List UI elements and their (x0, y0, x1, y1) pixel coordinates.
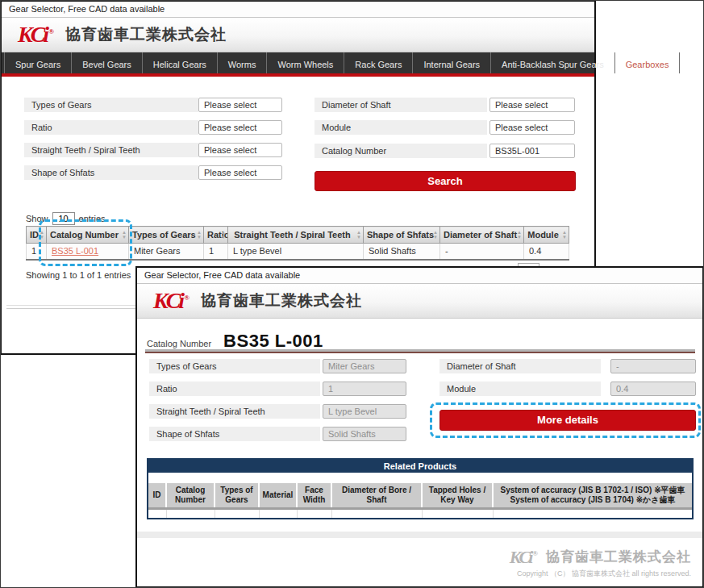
filter-select-shape-of-shafts[interactable] (198, 165, 282, 180)
col-header-ratio[interactable]: Ratio▲▼ (204, 227, 228, 244)
footer-logo: KCi® 協育歯車工業株式会社 (510, 548, 691, 566)
sort-icon: ▲▼ (122, 230, 127, 240)
header-logo-band: KCi® 協育歯車工業株式会社 (137, 284, 702, 319)
col-header-id[interactable]: ID▲▼ (27, 227, 47, 244)
entries-label: entries (79, 214, 106, 223)
detail-label-module: Module (439, 382, 601, 396)
cell-ratio: 1 (204, 244, 228, 260)
catalog-number-link[interactable]: BS35 L-001 (52, 246, 98, 256)
company-name: 協育歯車工業株式会社 (201, 290, 362, 311)
main-nav: Spur Gears Bevel Gears Helical Gears Wor… (2, 52, 594, 77)
window-title: Gear Selector, Free CAD data available (137, 268, 702, 284)
detail-value-shape-of-shafts (323, 427, 406, 441)
filter-label-shape-of-shafts: Shape of Shfats (24, 165, 198, 180)
filter-label-ratio: Ratio (24, 120, 198, 135)
catalog-number-input[interactable] (489, 144, 575, 158)
cell-types-of-gears: Miter Gears (129, 244, 204, 260)
filter-label-types-of-gears: Types of Gears (24, 98, 198, 112)
table-row: 1 BS35 L-001 Miter Gears 1 L type Bevel … (27, 244, 569, 260)
detail-value-types-of-gears (323, 359, 406, 373)
search-button[interactable]: Search (315, 171, 576, 191)
entries-count-select[interactable] (52, 212, 75, 225)
sort-icon: ▲▼ (562, 230, 567, 240)
show-label: Show (26, 214, 48, 223)
results-table: ID▲▼ Catalog Number▲▼ Types of Gears▲▼ R… (26, 226, 569, 261)
show-entries-control: Show entries (26, 212, 106, 225)
related-products-title: Related Products (148, 460, 692, 473)
sort-icon: ▲▼ (40, 230, 44, 240)
detail-value-ratio (323, 382, 406, 396)
cell-diameter-of-shaft: - (440, 244, 524, 260)
filter-select-diameter-of-shaft[interactable] (489, 98, 575, 112)
window-title: Gear Selector, Free CAD data available (2, 2, 594, 18)
footer-company-name: 協育歯車工業株式会社 (546, 548, 691, 566)
detail-label-shape-of-shafts: Shape of Shfats (149, 427, 320, 441)
nav-item-worms[interactable]: Worms (218, 52, 268, 73)
filter-select-straight-spiral-teeth[interactable] (198, 143, 282, 157)
col-header-catalog-number[interactable]: Catalog Number▲▼ (47, 227, 129, 244)
cell-straight-spiral-teeth: L type Bevel (228, 244, 364, 260)
sort-icon: ▲▼ (197, 230, 202, 240)
col-header-straight-spiral-teeth[interactable]: Straight Teeth / Spiral Teeth▲▼ (228, 227, 364, 244)
khk-logo-icon[interactable]: KCi® (18, 23, 54, 46)
sort-icon: ▲▼ (356, 230, 361, 240)
company-name: 協育歯車工業株式会社 (65, 24, 227, 45)
rel-col-catalog-number: Catalog Number (166, 483, 215, 509)
nav-item-internal-gears[interactable]: Internal Gears (413, 52, 491, 73)
filter-label-catalog-number: Catalog Number (315, 144, 487, 158)
rel-col-material: Material (259, 483, 297, 509)
detail-label-straight-spiral-teeth: Straight Teeth / Spiral Teeth (149, 404, 320, 419)
col-header-diameter-of-shaft[interactable]: Diameter of Shaft▲▼ (440, 227, 524, 244)
related-empty-row (148, 509, 692, 518)
rel-col-system-of-accuracy: System of accuracy (JIS B 1702-1 / ISO) … (493, 483, 692, 509)
spacer (148, 473, 692, 483)
nav-item-spur-gears[interactable]: Spur Gears (4, 52, 72, 73)
rel-col-tapped-holes-key-way: Tapped Holes / Key Way (422, 483, 493, 509)
filter-select-module[interactable] (489, 120, 575, 135)
results-header-row: ID▲▼ Catalog Number▲▼ Types of Gears▲▼ R… (27, 227, 569, 244)
related-header-row: ID Catalog Number Types of Gears Materia… (148, 483, 692, 509)
footer-divider (137, 532, 702, 538)
cell-id: 1 (27, 244, 47, 260)
cell-module: 0.4 (524, 244, 569, 260)
heading-rule (145, 349, 695, 353)
rel-col-id: ID (148, 483, 166, 509)
related-products-table: Related Products ID Catalog Number Types… (147, 458, 694, 519)
sort-icon: ▲▼ (221, 230, 226, 240)
col-header-shape-of-shafts[interactable]: Shape of Shfats▲▼ (364, 227, 440, 244)
catalog-number-caption: Catalog Number (147, 339, 211, 348)
filter-label-straight-spiral-teeth: Straight Teeth / Spiral Teeth (24, 143, 198, 157)
detail-value-module (610, 382, 696, 396)
sort-icon: ▲▼ (433, 230, 438, 240)
cell-catalog-number: BS35 L-001 (47, 244, 129, 260)
detail-value-diameter-of-shaft (610, 359, 696, 373)
header-logo-band: KCi® 協育歯車工業株式会社 (2, 18, 594, 52)
detail-label-ratio: Ratio (149, 382, 320, 396)
filter-label-module: Module (315, 120, 487, 135)
rel-col-diameter-bore-shaft: Diameter of Bore / Shaft (331, 483, 422, 509)
khk-footer-logo-icon: KCi® (510, 548, 538, 566)
nav-item-bevel-gears[interactable]: Bevel Gears (72, 52, 143, 73)
nav-item-gearboxes[interactable]: Gearboxes (615, 52, 681, 73)
filter-label-diameter-of-shaft: Diameter of Shaft (315, 98, 487, 112)
detail-label-types-of-gears: Types of Gears (149, 359, 320, 373)
col-header-module[interactable]: Module▲▼ (524, 227, 569, 244)
nav-item-anti-backlash-spur-gears[interactable]: Anti-Backlash Spur Gears (491, 52, 615, 73)
rel-col-types-of-gears: Types of Gears (215, 483, 259, 509)
filter-select-ratio[interactable] (198, 120, 282, 135)
catalog-detail-window: Gear Selector, Free CAD data available K… (135, 266, 704, 588)
khk-logo-icon[interactable]: KCi® (153, 290, 190, 312)
nav-item-rack-gears[interactable]: Rack Gears (344, 52, 413, 73)
nav-item-worm-wheels[interactable]: Worm Wheels (267, 52, 344, 73)
copyright-text: Copyright （C） 協育歯車株式会社 all rights reserv… (517, 569, 691, 579)
nav-item-helical-gears[interactable]: Helical Gears (143, 52, 218, 73)
rel-col-face-width: Face Width (297, 483, 331, 509)
results-summary: Showing 1 to 1 of 1 entries (26, 270, 131, 280)
detail-label-diameter-of-shaft: Diameter of Shaft (439, 359, 601, 373)
cell-shape-of-shafts: Solid Shafts (364, 244, 440, 260)
sort-icon: ▲▼ (517, 230, 522, 240)
more-details-button[interactable]: More details (439, 410, 696, 431)
col-header-types-of-gears[interactable]: Types of Gears▲▼ (129, 227, 204, 244)
detail-value-straight-spiral-teeth (323, 404, 406, 419)
filter-select-types-of-gears[interactable] (198, 98, 282, 112)
